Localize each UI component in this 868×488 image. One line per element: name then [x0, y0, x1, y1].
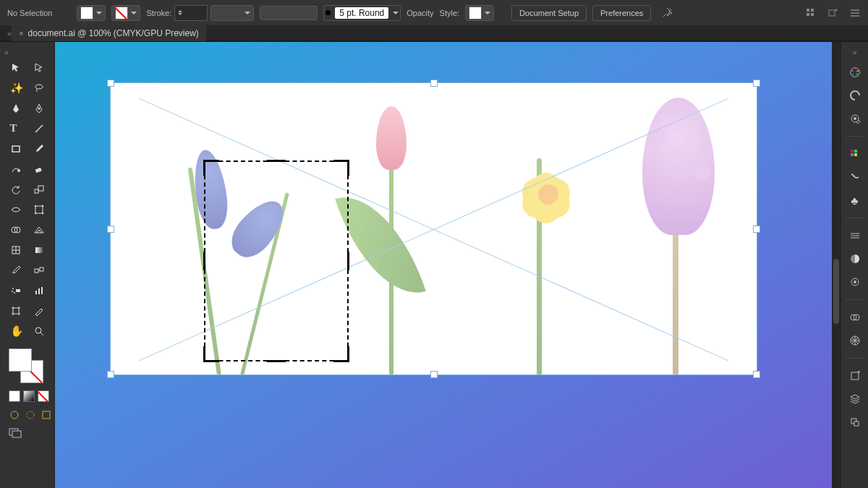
svg-rect-29 [35, 291, 37, 294]
brush-definition[interactable]: 5 pt. Round [323, 5, 401, 21]
graphic-styles-panel-icon[interactable] [846, 332, 864, 349]
align-panel-icon[interactable] [806, 7, 817, 19]
svg-rect-5 [829, 10, 835, 16]
perspective-grid-tool[interactable] [29, 221, 49, 239]
brushes-panel-icon[interactable] [846, 168, 864, 186]
image-content [110, 82, 757, 375]
swatches-panel-icon[interactable] [846, 145, 864, 163]
artboard-background [55, 42, 832, 488]
free-transform-tool[interactable] [29, 201, 49, 218]
fill-swatch[interactable] [77, 5, 106, 21]
scrollbar-thumb[interactable] [833, 259, 839, 324]
eraser-tool[interactable] [29, 160, 49, 178]
variable-width-profile[interactable] [260, 6, 318, 20]
svg-rect-22 [35, 247, 43, 253]
draw-behind-icon [25, 409, 36, 421]
cc-libraries-panel-icon[interactable] [846, 309, 864, 326]
screen-mode-button[interactable] [9, 428, 22, 440]
svg-point-54 [854, 281, 856, 283]
line-segment-tool[interactable] [29, 120, 49, 137]
color-mode-bar[interactable] [9, 390, 49, 402]
layers-panel-icon[interactable] [846, 390, 864, 408]
document-tab-title: document.ai @ 100% (CMYK/GPU Preview) [28, 28, 199, 38]
flower-daffodil [457, 100, 602, 375]
symbols-panel-icon[interactable]: ♣ [846, 192, 864, 209]
preferences-button[interactable]: Preferences [592, 5, 651, 21]
selection-tool[interactable] [6, 59, 26, 77]
transparency-panel-icon[interactable] [846, 250, 864, 267]
svg-rect-60 [854, 421, 859, 426]
menu-icon[interactable] [849, 7, 861, 19]
document-setup-button[interactable]: Document Setup [511, 5, 587, 21]
mode-none-icon [38, 390, 49, 402]
document-tab[interactable]: × document.ai @ 100% (CMYK/GPU Preview) [12, 25, 206, 41]
rotate-tool[interactable] [6, 181, 26, 198]
mesh-tool[interactable] [6, 241, 26, 259]
curvature-tool[interactable] [29, 100, 49, 117]
fill-stroke-proxy[interactable] [9, 348, 43, 383]
artboards-panel-icon[interactable] [846, 414, 864, 431]
svg-rect-25 [16, 289, 20, 292]
eyedropper-tool[interactable] [6, 262, 26, 279]
collapse-tools-icon[interactable]: « [4, 48, 9, 56]
svg-point-10 [17, 169, 20, 172]
width-tool[interactable] [6, 201, 26, 218]
close-tab-icon[interactable]: × [19, 29, 23, 38]
stroke-swatch[interactable] [111, 5, 140, 21]
draw-mode-bar[interactable] [9, 409, 52, 421]
blend-tool[interactable] [29, 262, 49, 279]
stroke-panel-icon[interactable] [846, 227, 864, 244]
graphic-style[interactable] [465, 5, 494, 21]
svg-rect-13 [38, 186, 43, 191]
rectangle-tool[interactable] [6, 140, 26, 158]
svg-rect-11 [35, 168, 41, 173]
zoom-tool[interactable] [29, 322, 49, 340]
vertical-scrollbar[interactable] [832, 42, 841, 488]
document-tab-bar: « × document.ai @ 100% (CMYK/GPU Preview… [0, 26, 868, 40]
color-panel-icon[interactable] [846, 64, 864, 81]
tools-panel: « ✨ T ✋ [0, 42, 55, 488]
style-label: Style: [440, 9, 460, 17]
flower-muscari [161, 129, 291, 375]
column-graph-tool[interactable] [29, 282, 49, 299]
expand-panels-icon[interactable]: » [852, 48, 856, 56]
shape-builder-tool[interactable] [6, 221, 26, 239]
stroke-weight-input[interactable] [174, 5, 208, 21]
slice-tool[interactable] [29, 302, 49, 320]
svg-point-36 [27, 411, 34, 419]
svg-point-15 [34, 205, 35, 207]
artboard-tool[interactable] [6, 302, 26, 320]
svg-point-35 [11, 411, 18, 419]
svg-point-18 [41, 213, 43, 214]
symbol-sprayer-tool[interactable] [6, 282, 26, 299]
svg-rect-1 [807, 9, 809, 12]
magic-wand-tool[interactable]: ✨ [6, 80, 26, 97]
gradient-tool[interactable] [29, 241, 49, 259]
svg-rect-3 [807, 13, 809, 16]
pen-tool[interactable] [6, 100, 26, 117]
svg-rect-30 [38, 288, 40, 294]
stroke-profile[interactable] [210, 5, 254, 21]
selection-status: No Selection [7, 9, 52, 17]
canvas-area[interactable] [55, 42, 841, 488]
flower-hyacinth [616, 93, 739, 375]
svg-rect-39 [12, 431, 21, 437]
hand-tool[interactable]: ✋ [6, 322, 26, 340]
color-guide-panel-icon[interactable] [846, 87, 864, 104]
asset-export-panel-icon[interactable] [846, 367, 864, 385]
type-tool[interactable]: T [6, 120, 26, 137]
scale-tool[interactable] [29, 181, 49, 198]
appearance-panel-icon[interactable] [846, 273, 864, 291]
placed-image[interactable] [110, 82, 757, 375]
paintbrush-tool[interactable] [29, 140, 49, 158]
properties-panel-icon[interactable] [846, 110, 864, 127]
shaper-tool[interactable] [6, 160, 26, 178]
transform-panel-icon[interactable] [827, 7, 839, 19]
direct-selection-tool[interactable] [29, 59, 49, 77]
svg-rect-49 [854, 150, 857, 153]
svg-point-45 [851, 70, 853, 72]
lasso-tool[interactable] [29, 80, 49, 97]
svg-rect-51 [854, 153, 857, 156]
svg-rect-37 [43, 411, 50, 419]
pin-icon[interactable] [661, 7, 673, 19]
